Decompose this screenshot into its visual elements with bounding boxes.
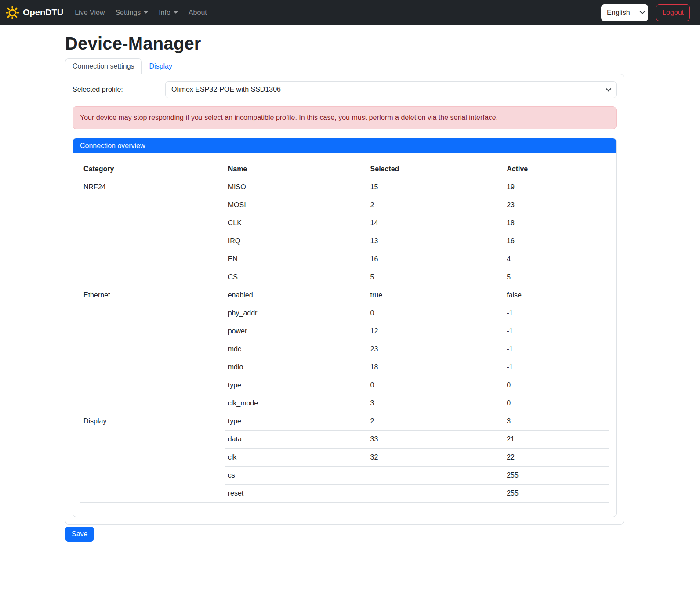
name-cell: type — [225, 412, 367, 431]
brand[interactable]: OpenDTU — [6, 6, 63, 19]
nav-item-info[interactable]: Info — [155, 5, 181, 20]
language-select[interactable]: English — [601, 4, 648, 21]
active-cell: 3 — [503, 412, 609, 431]
danger-alert: Your device may stop responding if you s… — [73, 106, 617, 129]
nav-item-label: Settings — [115, 9, 141, 17]
active-cell: false — [503, 286, 609, 304]
chevron-down-icon — [640, 8, 646, 14]
panel-header: Connection overview — [73, 138, 616, 153]
category-cell: NRF24 — [80, 178, 225, 286]
active-cell: -1 — [503, 322, 609, 340]
name-cell: mdio — [225, 358, 367, 376]
navbar-right: English Logout — [601, 4, 690, 21]
selected-cell: 18 — [367, 358, 504, 376]
active-cell: 0 — [503, 376, 609, 394]
chevron-down-icon — [606, 86, 612, 92]
selected-cell: 14 — [367, 214, 504, 232]
connection-overview-panel: Connection overview Category Name Select… — [73, 138, 617, 517]
navbar: OpenDTU Live View Settings Info About En… — [0, 0, 700, 25]
name-cell: clk_mode — [225, 394, 367, 412]
language-select-value: English — [607, 9, 630, 17]
table-row: NRF24MISO1519 — [80, 178, 609, 196]
selected-cell: 15 — [367, 178, 504, 196]
name-cell: CLK — [225, 214, 367, 232]
caret-down-icon — [174, 11, 178, 14]
name-cell: mdc — [225, 340, 367, 358]
active-cell: -1 — [503, 358, 609, 376]
overview-table-body: NRF24MISO1519MOSI223CLK1418IRQ1316EN164C… — [80, 178, 609, 503]
logout-button[interactable]: Logout — [656, 4, 690, 21]
profile-label: Selected profile: — [73, 86, 165, 94]
name-cell: EN — [225, 250, 367, 268]
name-cell: power — [225, 322, 367, 340]
selected-cell: 0 — [367, 304, 504, 322]
name-cell: clk — [225, 449, 367, 467]
selected-cell: 12 — [367, 322, 504, 340]
nav-item-label: Info — [159, 9, 170, 17]
name-cell: MISO — [225, 178, 367, 196]
connection-overview-table: Category Name Selected Active NRF24MISO1… — [80, 160, 609, 503]
selected-cell — [367, 485, 504, 503]
selected-cell: 3 — [367, 394, 504, 412]
selected-cell: 32 — [367, 449, 504, 467]
tab-bar: Connection settings Display — [65, 58, 624, 74]
active-cell: 18 — [503, 214, 609, 232]
name-cell: phy_addr — [225, 304, 367, 322]
selected-cell: 13 — [367, 232, 504, 250]
profile-select-value: Olimex ESP32-POE with SSD1306 — [171, 86, 281, 94]
name-cell: MOSI — [225, 196, 367, 214]
name-cell: reset — [225, 485, 367, 503]
name-cell: data — [225, 431, 367, 449]
main-nav: Live View Settings Info About — [69, 5, 212, 20]
name-cell: type — [225, 376, 367, 394]
selected-cell: 33 — [367, 431, 504, 449]
column-header-active: Active — [503, 160, 609, 178]
selected-cell: 5 — [367, 268, 504, 286]
tab-connection-settings[interactable]: Connection settings — [65, 58, 142, 74]
nav-item-about[interactable]: About — [185, 5, 210, 20]
nav-item-settings[interactable]: Settings — [112, 5, 152, 20]
profile-select[interactable]: Olimex ESP32-POE with SSD1306 — [165, 81, 617, 98]
panel-body: Category Name Selected Active NRF24MISO1… — [73, 153, 616, 517]
column-header-name: Name — [225, 160, 367, 178]
name-cell: cs — [225, 467, 367, 485]
main-content: Device-Manager Connection settings Displ… — [65, 34, 624, 542]
active-cell: 255 — [503, 485, 609, 503]
active-cell: -1 — [503, 340, 609, 358]
nav-item-live-view[interactable]: Live View — [71, 5, 108, 20]
name-cell: enabled — [225, 286, 367, 304]
sun-icon — [6, 6, 19, 19]
active-cell: 0 — [503, 394, 609, 412]
profile-row: Selected profile: Olimex ESP32-POE with … — [73, 81, 617, 98]
active-cell: 255 — [503, 467, 609, 485]
active-cell: 16 — [503, 232, 609, 250]
category-cell: Display — [80, 412, 225, 503]
name-cell: IRQ — [225, 232, 367, 250]
active-cell: 21 — [503, 431, 609, 449]
tab-display[interactable]: Display — [142, 58, 180, 74]
page-title: Device-Manager — [65, 34, 624, 54]
column-header-selected: Selected — [367, 160, 504, 178]
name-cell: CS — [225, 268, 367, 286]
selected-cell: 16 — [367, 250, 504, 268]
connection-settings-card: Selected profile: Olimex ESP32-POE with … — [65, 74, 624, 525]
selected-cell: 2 — [367, 196, 504, 214]
selected-cell: 23 — [367, 340, 504, 358]
caret-down-icon — [144, 11, 148, 14]
table-header-row: Category Name Selected Active — [80, 160, 609, 178]
active-cell: 19 — [503, 178, 609, 196]
active-cell: 5 — [503, 268, 609, 286]
nav-item-label: About — [189, 9, 207, 17]
save-button[interactable]: Save — [65, 527, 94, 542]
table-row: Ethernetenabledtruefalse — [80, 286, 609, 304]
category-cell: Ethernet — [80, 286, 225, 412]
table-row: Displaytype23 — [80, 412, 609, 431]
active-cell: -1 — [503, 304, 609, 322]
active-cell: 22 — [503, 449, 609, 467]
selected-cell: 2 — [367, 412, 504, 431]
active-cell: 23 — [503, 196, 609, 214]
selected-cell: 0 — [367, 376, 504, 394]
brand-label: OpenDTU — [23, 7, 63, 18]
selected-cell: true — [367, 286, 504, 304]
active-cell: 4 — [503, 250, 609, 268]
